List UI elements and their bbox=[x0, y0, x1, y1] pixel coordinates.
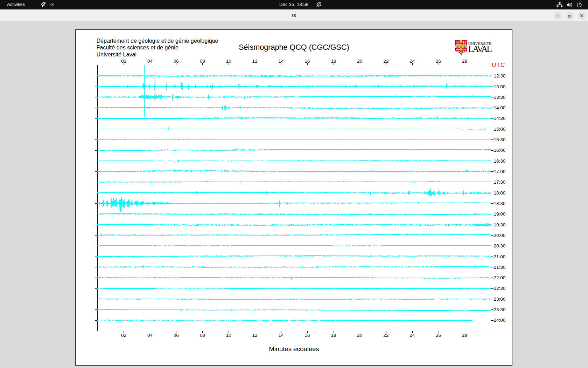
svg-text:21:30: 21:30 bbox=[494, 265, 506, 270]
svg-text:LAVAL: LAVAL bbox=[468, 44, 492, 54]
svg-text:02: 02 bbox=[121, 333, 126, 338]
svg-text:18:30: 18:30 bbox=[494, 201, 506, 206]
svg-text:08: 08 bbox=[200, 333, 205, 338]
svg-text:08: 08 bbox=[200, 59, 205, 64]
svg-text:UTC: UTC bbox=[492, 62, 505, 68]
svg-text:10: 10 bbox=[226, 333, 231, 338]
svg-text:17:00: 17:00 bbox=[494, 169, 506, 174]
svg-text:16: 16 bbox=[304, 333, 310, 338]
svg-text:12: 12 bbox=[252, 333, 258, 338]
svg-text:22: 22 bbox=[383, 333, 388, 338]
svg-text:21:00: 21:00 bbox=[494, 254, 506, 259]
svg-text:20: 20 bbox=[357, 59, 362, 64]
svg-text:28: 28 bbox=[462, 59, 467, 64]
svg-text:24: 24 bbox=[410, 59, 415, 64]
svg-text:26: 26 bbox=[436, 333, 441, 338]
svg-text:18: 18 bbox=[331, 59, 336, 64]
svg-text:22: 22 bbox=[383, 59, 388, 64]
svg-text:Minutes écoulées: Minutes écoulées bbox=[269, 345, 319, 353]
svg-text:06: 06 bbox=[174, 59, 179, 64]
svg-text:20: 20 bbox=[357, 333, 362, 338]
svg-text:14:30: 14:30 bbox=[494, 116, 506, 121]
svg-text:23:30: 23:30 bbox=[494, 307, 506, 312]
svg-text:Université Laval: Université Laval bbox=[97, 51, 137, 57]
svg-text:19:30: 19:30 bbox=[494, 222, 506, 227]
svg-text:18: 18 bbox=[331, 333, 336, 338]
svg-text:24: 24 bbox=[410, 333, 415, 338]
svg-text:22:30: 22:30 bbox=[494, 286, 506, 291]
svg-text:14: 14 bbox=[278, 59, 284, 64]
svg-text:15:30: 15:30 bbox=[494, 137, 506, 142]
svg-text:13:30: 13:30 bbox=[494, 95, 506, 100]
svg-text:Département de géologie et de: Département de géologie et de génie géol… bbox=[97, 38, 218, 44]
svg-text:Séismographe QCQ (CGC/GSC): Séismographe QCQ (CGC/GSC) bbox=[239, 43, 349, 52]
svg-text:15:00: 15:00 bbox=[494, 127, 506, 132]
svg-text:Faculté des sciences et de gén: Faculté des sciences et de génie bbox=[97, 44, 178, 50]
svg-text:23:00: 23:00 bbox=[494, 297, 506, 302]
svg-text:14:00: 14:00 bbox=[494, 105, 506, 110]
svg-text:26: 26 bbox=[436, 59, 441, 64]
svg-text:17:30: 17:30 bbox=[494, 179, 506, 185]
svg-text:20:30: 20:30 bbox=[494, 243, 506, 248]
svg-text:24:00: 24:00 bbox=[494, 318, 506, 323]
svg-text:20:00: 20:00 bbox=[494, 233, 506, 238]
svg-text:10: 10 bbox=[226, 59, 231, 64]
svg-text:04: 04 bbox=[147, 333, 153, 338]
svg-text:22:00: 22:00 bbox=[494, 275, 506, 280]
svg-text:14: 14 bbox=[278, 333, 284, 338]
svg-text:12: 12 bbox=[252, 59, 258, 64]
svg-text:16:30: 16:30 bbox=[494, 158, 506, 164]
svg-text:16:00: 16:00 bbox=[494, 148, 506, 153]
svg-text:04: 04 bbox=[147, 59, 153, 64]
svg-text:28: 28 bbox=[462, 333, 467, 338]
svg-text:06: 06 bbox=[174, 333, 179, 338]
svg-text:13:00: 13:00 bbox=[494, 84, 506, 89]
svg-text:18:00: 18:00 bbox=[494, 190, 506, 196]
svg-text:02: 02 bbox=[121, 59, 126, 64]
svg-text:12:30: 12:30 bbox=[494, 73, 506, 79]
svg-text:19:00: 19:00 bbox=[494, 211, 506, 217]
svg-text:16: 16 bbox=[304, 59, 310, 64]
